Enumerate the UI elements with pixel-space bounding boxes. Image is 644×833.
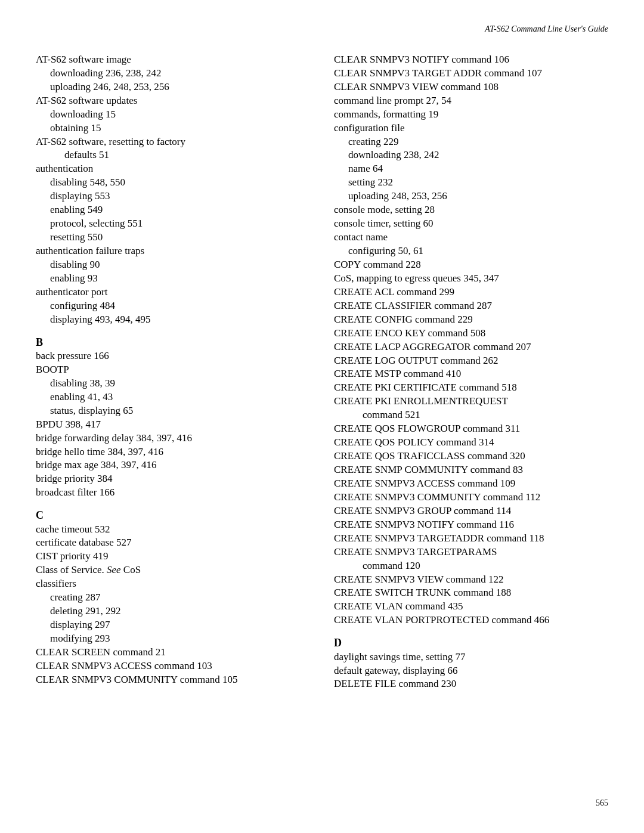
index-entry: CREATE LACP AGGREGATOR command 207 <box>334 340 608 354</box>
index-entry: DELETE FILE command 230 <box>334 677 608 691</box>
index-entry: command line prompt 27, 54 <box>334 94 608 108</box>
index-entry: CREATE SNMPV3 TARGETADDR command 118 <box>334 532 608 546</box>
index-entry: modifying 293 <box>50 632 310 646</box>
index-entry: CREATE LOG OUTPUT command 262 <box>334 354 608 368</box>
index-entry: CREATE MSTP command 410 <box>334 367 608 381</box>
index-entry: authentication failure traps <box>36 244 310 258</box>
index-entry: CLEAR SNMPV3 COMMUNITY command 105 <box>36 673 310 687</box>
index-entry: cache timeout 532 <box>36 523 310 537</box>
page-header: AT-S62 Command Line User's Guide <box>36 24 608 35</box>
index-entry-text: Class of Service. <box>36 564 107 575</box>
index-entry: console timer, setting 60 <box>334 217 608 231</box>
index-entry-suffix: CoS <box>121 564 141 575</box>
see-reference: See <box>107 564 121 575</box>
index-entry: bridge max age 384, 397, 416 <box>36 459 310 472</box>
index-entry: CREATE SNMP COMMUNITY command 83 <box>334 463 608 477</box>
left-column: AT-S62 software imagedownloading 236, 23… <box>36 53 310 691</box>
index-entry: CREATE QOS FLOWGROUP command 311 <box>334 422 608 436</box>
index-entry: CREATE SNMPV3 GROUP command 114 <box>334 504 608 518</box>
index-entry: certificate database 527 <box>36 536 310 550</box>
index-entry: command 120 <box>363 559 608 573</box>
index-entry: resetting 550 <box>50 231 310 244</box>
page-number: 565 <box>596 798 608 809</box>
index-entry: CLEAR SNMPV3 ACCESS command 103 <box>36 659 310 673</box>
index-entry: CLEAR SNMPV3 TARGET ADDR command 107 <box>334 67 608 80</box>
index-entry: authentication <box>36 162 310 176</box>
index-entry: downloading 236, 238, 242 <box>50 67 310 80</box>
index-entry: displaying 493, 494, 495 <box>50 313 310 327</box>
index-entry: authenticator port <box>36 286 310 299</box>
index-entry: CREATE ACL command 299 <box>334 286 608 299</box>
index-entry: name 64 <box>348 162 608 176</box>
index-entry: classifiers <box>36 577 310 591</box>
index-section-letter: B <box>36 335 310 349</box>
index-entry: protocol, selecting 551 <box>50 217 310 231</box>
index-entry: BOOTP <box>36 363 310 377</box>
index-entry: AT-S62 software image <box>36 53 310 67</box>
index-entry: CIST priority 419 <box>36 550 310 563</box>
index-entry: back pressure 166 <box>36 349 310 363</box>
index-entry: contact name <box>334 231 608 244</box>
index-entry: setting 232 <box>348 176 608 190</box>
index-entry: BPDU 398, 417 <box>36 418 310 432</box>
index-entry: status, displaying 65 <box>50 404 310 418</box>
index-entry: command 521 <box>363 408 608 422</box>
index-entry: displaying 553 <box>50 190 310 203</box>
index-entry: CREATE QOS POLICY command 314 <box>334 436 608 450</box>
index-entry: CREATE PKI ENROLLMENTREQUEST <box>334 395 608 408</box>
index-entry: CREATE VLAN PORTPROTECTED command 466 <box>334 614 608 627</box>
index-entry: bridge forwarding delay 384, 397, 416 <box>36 432 310 445</box>
index-entry: CREATE CLASSIFIER command 287 <box>334 299 608 313</box>
index-entry: creating 229 <box>348 135 608 149</box>
index-entry: console mode, setting 28 <box>334 203 608 217</box>
index-entry: disabling 38, 39 <box>50 377 310 391</box>
index-entry: bridge hello time 384, 397, 416 <box>36 445 310 459</box>
index-entry: CREATE SWITCH TRUNK command 188 <box>334 586 608 600</box>
index-entry: CREATE SNMPV3 NOTIFY command 116 <box>334 518 608 532</box>
index-entry: daylight savings time, setting 77 <box>334 651 608 664</box>
index-entry: bridge priority 384 <box>36 472 310 486</box>
index-section-letter: C <box>36 508 310 522</box>
index-entry: disabling 90 <box>50 258 310 272</box>
index-entry: enabling 93 <box>50 272 310 286</box>
index-entry: default gateway, displaying 66 <box>334 664 608 678</box>
index-section-letter: D <box>334 636 608 650</box>
index-entry: configuring 50, 61 <box>348 244 608 258</box>
index-entry: uploading 248, 253, 256 <box>348 190 608 203</box>
index-entry: enabling 41, 43 <box>50 391 310 404</box>
index-entry: configuration file <box>334 122 608 135</box>
index-entry: enabling 549 <box>50 203 310 217</box>
index-entry: downloading 238, 242 <box>348 148 608 162</box>
index-entry: deleting 291, 292 <box>50 605 310 618</box>
index-columns: AT-S62 software imagedownloading 236, 23… <box>36 53 608 691</box>
index-entry: broadcast filter 166 <box>36 486 310 500</box>
index-entry: AT-S62 software, resetting to factory <box>36 135 310 149</box>
index-entry: displaying 297 <box>50 618 310 632</box>
index-entry: CLEAR SNMPV3 NOTIFY command 106 <box>334 53 608 67</box>
index-entry: creating 287 <box>50 591 310 605</box>
index-entry: CREATE SNMPV3 TARGETPARAMS <box>334 546 608 559</box>
right-column: CLEAR SNMPV3 NOTIFY command 106CLEAR SNM… <box>334 53 608 691</box>
index-entry: commands, formatting 19 <box>334 108 608 122</box>
index-entry: CREATE QOS TRAFICCLASS command 320 <box>334 450 608 463</box>
index-entry: CLEAR SNMPV3 VIEW command 108 <box>334 80 608 94</box>
index-entry: CREATE PKI CERTIFICATE command 518 <box>334 381 608 395</box>
index-entry: Class of Service. See CoS <box>36 563 310 577</box>
index-entry: CREATE CONFIG command 229 <box>334 313 608 327</box>
index-entry: COPY command 228 <box>334 258 608 272</box>
index-entry: AT-S62 software updates <box>36 94 310 108</box>
index-entry: CoS, mapping to egress queues 345, 347 <box>334 272 608 286</box>
index-entry: configuring 484 <box>50 299 310 313</box>
index-entry: disabling 548, 550 <box>50 176 310 190</box>
index-entry: defaults 51 <box>64 148 310 162</box>
index-entry: CREATE SNMPV3 VIEW command 122 <box>334 573 608 587</box>
index-entry: obtaining 15 <box>50 122 310 135</box>
index-entry: CREATE ENCO KEY command 508 <box>334 327 608 340</box>
index-entry: CREATE SNMPV3 ACCESS command 109 <box>334 477 608 491</box>
index-entry: CREATE SNMPV3 COMMUNITY command 112 <box>334 491 608 504</box>
index-entry: downloading 15 <box>50 108 310 122</box>
index-entry: uploading 246, 248, 253, 256 <box>50 80 310 94</box>
index-entry: CREATE VLAN command 435 <box>334 600 608 614</box>
index-entry: CLEAR SCREEN command 21 <box>36 646 310 659</box>
